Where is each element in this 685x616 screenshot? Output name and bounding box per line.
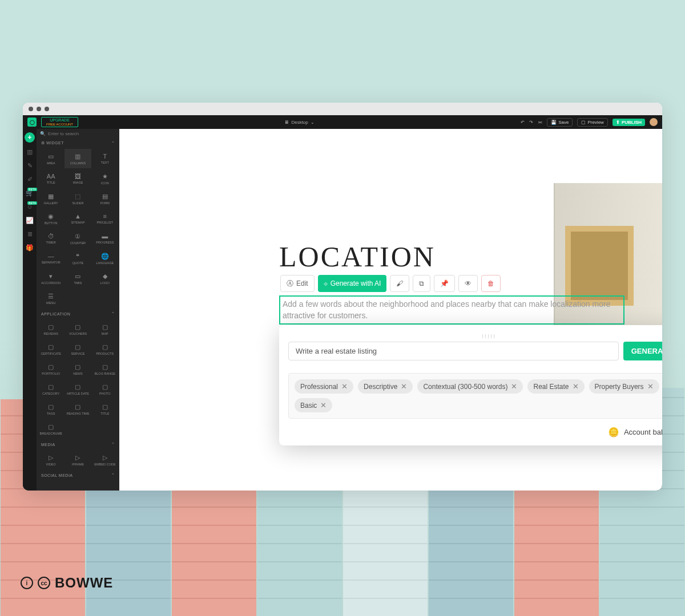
redo-icon[interactable]: ↷ [529,120,533,125]
preview-button[interactable]: ▢Preview [577,118,607,127]
save-button[interactable]: 💾Save [547,118,573,127]
drag-handle-icon[interactable]: ⁞⁞⁞⁞⁞ [288,333,662,339]
app-certificate[interactable]: ▢CERTIFICATE [38,339,64,359]
publish-button[interactable]: ⬆PUBLISH [613,119,645,126]
add-button[interactable]: + [25,132,35,143]
chevron-down-icon[interactable]: ⌄ [311,120,315,125]
app-article-date[interactable]: ▢ARTICLE DATE [65,379,91,399]
layers-icon[interactable]: ≣ [26,230,34,238]
pin-button[interactable]: 📌 [434,275,455,292]
pages-icon[interactable]: ▥ [26,148,34,156]
widget-icon: ▢ [75,403,80,411]
widget-tabs[interactable]: ▭TABS [65,269,91,288]
undo-icon[interactable]: ↶ [521,120,525,125]
remove-tag-icon[interactable]: ✕ [573,382,579,391]
copy-icon: ⧉ [419,279,424,287]
visibility-button[interactable]: 👁 [458,275,478,292]
remove-tag-icon[interactable]: ✕ [511,382,517,391]
app-vouchers[interactable]: ▢VOUCHERS [65,319,91,339]
app-breadcrumb[interactable]: ▢BREADCRUMB [38,419,64,439]
app-blog-range[interactable]: ▢BLOG RANGE [92,359,118,379]
ai-panel: ⁞⁞⁞⁞⁞ ✕ Write a real estate listing GENE… [279,325,662,445]
app-window: ◯ UPGRADE FREE ACCOUNT 🖥 Desktop ⌄ ↶ ↷ ⫘… [23,103,662,491]
media-video[interactable]: ▷VIDEO [38,450,64,469]
widget-menu[interactable]: ☰MENU [38,289,64,308]
widget-columns[interactable]: ▥COLUMNS [65,149,91,168]
widget-accordion[interactable]: ▾ACCORDION [38,269,64,288]
widget-image[interactable]: 🖼IMAGE [65,169,91,188]
copy-button[interactable]: ⧉ [413,275,430,292]
app-news[interactable]: ▢NEWS [65,359,91,379]
widget-icon[interactable]: ★ICON [92,169,118,188]
search-input[interactable] [48,131,116,136]
generate-button[interactable]: GENERATE✦ [623,342,662,360]
tag-property[interactable]: Property Buyers✕ [589,379,659,394]
widget-logo[interactable]: ◆LOGO [92,269,118,288]
remove-tag-icon[interactable]: ✕ [647,382,654,391]
app-reviews[interactable]: ▢REVIEWS [38,319,64,339]
remove-tag-icon[interactable]: ✕ [320,401,327,410]
remove-tag-icon[interactable]: ✕ [341,382,348,391]
app-category[interactable]: ▢CATEGORY [38,379,64,399]
cart-icon[interactable]: 🛒BETA [26,189,34,197]
text-block[interactable]: Add a few words about the neighborhood a… [279,295,624,325]
widget-timer[interactable]: ⏱TIMER [38,229,64,248]
crm-icon[interactable]: ☺BETA [26,203,34,211]
publish-icon: ⬆ [616,120,620,125]
preview-icon: ▢ [581,120,586,125]
window-close-dot[interactable] [29,107,33,111]
brush-icon[interactable]: ✐ [26,176,34,184]
remove-tag-icon[interactable]: ✕ [401,382,407,391]
element-toolbar: ⒶEdit ⟐Generate with AI 🖌 ⧉ 📌 👁 🗑 [280,275,501,292]
widget-pricelist[interactable]: ≡PRICELIST [92,209,118,228]
viewport-label[interactable]: Desktop [291,120,308,125]
widget-separator[interactable]: —SEPARATOR [38,249,64,268]
edit-button[interactable]: ⒶEdit [280,275,315,292]
widget-quote[interactable]: ❝QUOTE [65,249,91,268]
widget-area[interactable]: ▭AREA [38,149,64,168]
widget-form[interactable]: ▤FORM [92,189,118,208]
section-widget[interactable]: ⚙ WIDGET⌃ [37,139,119,148]
widget-language[interactable]: 🌐LANGUAGE [92,249,118,268]
section-social[interactable]: SOCIAL MEDIA⌃ [37,471,119,480]
tag-contextual[interactable]: Contextual (300-500 words)✕ [417,379,523,394]
tag-basic[interactable]: Basic✕ [295,398,332,412]
media-embed-code[interactable]: ▷EMBED CODE [92,450,118,469]
window-min-dot[interactable] [37,107,41,111]
app-portfolio[interactable]: ▢PORTFOLIO [38,359,64,379]
edit-icon[interactable]: ✎ [26,162,34,170]
generate-ai-button[interactable]: ⟐Generate with AI [318,275,387,292]
app-title[interactable]: ▢TITLE [92,399,118,419]
widget-slider[interactable]: ⬚SLIDER [65,189,91,208]
widget-counter[interactable]: ①COUNTER [65,229,91,248]
widget-progress[interactable]: ▬PROGRESS [92,229,118,248]
tag-real[interactable]: Real Estate✕ [527,379,584,394]
window-max-dot[interactable] [45,107,49,111]
tag-professional[interactable]: Professional✕ [295,379,353,394]
app-products[interactable]: ▢PRODUCTS [92,339,118,359]
widget-text[interactable]: TTEXT [92,149,118,168]
widget-button[interactable]: ◉BUTTON [38,209,64,228]
app-map[interactable]: ▢MAP [92,319,118,339]
media-iframe[interactable]: ▷IFRAME [65,450,91,469]
ai-prompt-input[interactable]: Write a real estate listing [288,342,619,360]
section-media[interactable]: MEDIA⌃ [37,440,119,449]
tag-descriptive[interactable]: Descriptive✕ [358,379,413,394]
stats-icon[interactable]: 📈 [26,217,34,225]
widget-gallery[interactable]: ▦GALLERY [38,189,64,208]
avatar[interactable] [650,118,658,126]
widget-title[interactable]: AaTITLE [38,169,64,188]
app-logo-icon[interactable]: ◯ [27,117,37,127]
account-balance-label[interactable]: Account balance [624,428,662,436]
app-service[interactable]: ▢SERVICE [65,339,91,359]
widget-sitemap[interactable]: ▲SITEMAP [65,209,91,228]
app-photo[interactable]: ▢PHOTO [92,379,118,399]
app-reading-time[interactable]: ▢READING TIME [65,399,91,419]
share-icon[interactable]: ⫘ [538,120,542,125]
upgrade-badge[interactable]: UPGRADE FREE ACCOUNT [41,117,78,127]
delete-button[interactable]: 🗑 [481,275,501,292]
gift-icon[interactable]: 🎁 [26,244,34,252]
section-application[interactable]: APPLICATION⌃ [37,309,119,318]
app-tags[interactable]: ▢TAGS [38,399,64,419]
style-button[interactable]: 🖌 [390,275,409,292]
